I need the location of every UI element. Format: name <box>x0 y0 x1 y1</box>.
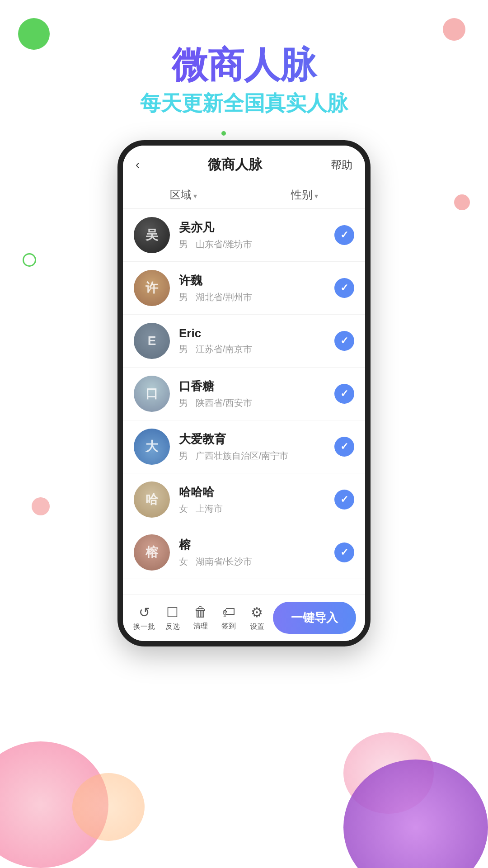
avatar: 吴 <box>134 217 170 253</box>
contact-info: 吴亦凡 男 山东省/潍坊市 <box>179 220 334 250</box>
filter-tabs: 区域 性别 <box>123 181 365 209</box>
refresh-icon: ↺ <box>139 604 150 620</box>
blob-bottom-pink-left <box>0 741 108 868</box>
check-badge[interactable]: ✓ <box>334 437 354 457</box>
contact-info: Eric 男 江苏省/南京市 <box>179 326 334 355</box>
invert-label: 反选 <box>165 622 180 632</box>
toolbar-tag[interactable]: 🏷 签到 <box>216 604 241 631</box>
blob-bottom-orange <box>72 773 145 841</box>
contact-detail: 女 湖南省/长沙市 <box>179 556 334 568</box>
contact-name: 许魏 <box>179 273 334 288</box>
phone-inner: ‹ 微商人脉 帮助 区域 性别 吴 吴亦凡 男 山东省/潍坊市 ✓ <box>123 146 365 641</box>
check-badge[interactable]: ✓ <box>334 331 354 351</box>
blob-pink-mid <box>454 194 470 210</box>
toolbar-clear[interactable]: 🗑 清理 <box>188 604 213 631</box>
contact-detail: 男 江苏省/南京市 <box>179 343 334 355</box>
list-item[interactable]: 口 口香糖 男 陕西省/西安市 ✓ <box>123 368 365 420</box>
contact-info: 哈哈哈 女 上海市 <box>179 484 334 515</box>
blob-bottom-pink-right <box>343 732 434 814</box>
check-icon: ✓ <box>340 441 348 453</box>
avatar: 哈 <box>134 481 170 518</box>
contact-name: 口香糖 <box>179 378 334 394</box>
contact-name: 吴亦凡 <box>179 220 334 236</box>
tab-region[interactable]: 区域 <box>123 181 244 208</box>
check-icon: ✓ <box>340 335 348 347</box>
check-badge[interactable]: ✓ <box>334 278 354 298</box>
clear-icon: 🗑 <box>194 604 207 620</box>
phone-mockup: ‹ 微商人脉 帮助 区域 性别 吴 吴亦凡 男 山东省/潍坊市 ✓ <box>117 140 371 646</box>
header-section: 微商人脉 每天更新全国真实人脉 <box>0 45 488 118</box>
main-title: 微商人脉 <box>0 45 488 85</box>
blob-bottom-purple <box>343 760 488 868</box>
contact-detail: 男 陕西省/西安市 <box>179 397 334 409</box>
contact-list: 吴 吴亦凡 男 山东省/潍坊市 ✓ 许 许魏 男 湖北省/荆州市 <box>123 209 365 594</box>
sub-title: 每天更新全国真实人脉 <box>0 90 488 118</box>
list-item[interactable]: 吴 吴亦凡 男 山东省/潍坊市 ✓ <box>123 209 365 262</box>
list-item[interactable]: 大 大爱教育 男 广西壮族自治区/南宁市 ✓ <box>123 420 365 473</box>
check-icon: ✓ <box>340 494 348 505</box>
toolbar-refresh[interactable]: ↺ 换一批 <box>132 604 156 632</box>
list-item[interactable]: 许 许魏 男 湖北省/荆州市 ✓ <box>123 262 365 315</box>
toolbar-settings[interactable]: ⚙ 设置 <box>245 604 269 632</box>
phone-title: 微商人脉 <box>208 156 262 174</box>
back-button[interactable]: ‹ <box>136 158 140 172</box>
contact-detail: 男 湖北省/荆州市 <box>179 291 334 303</box>
contact-detail: 男 广西壮族自治区/南宁市 <box>179 450 334 462</box>
check-badge[interactable]: ✓ <box>334 225 354 245</box>
list-item[interactable]: 哈 哈哈哈 女 上海市 ✓ <box>123 473 365 526</box>
contact-info: 大爱教育 男 广西壮族自治区/南宁市 <box>179 431 334 462</box>
invert-icon: ☐ <box>166 604 178 620</box>
check-badge[interactable]: ✓ <box>334 384 354 404</box>
list-item[interactable]: 榕 榕 女 湖南省/长沙市 ✓ <box>123 526 365 579</box>
check-icon: ✓ <box>340 229 348 241</box>
avatar: 口 <box>134 376 170 412</box>
check-badge[interactable]: ✓ <box>334 542 354 562</box>
help-button[interactable]: 帮助 <box>331 158 352 172</box>
contact-name: 哈哈哈 <box>179 484 334 500</box>
contact-info: 口香糖 男 陕西省/西安市 <box>179 378 334 409</box>
check-icon: ✓ <box>340 547 348 558</box>
check-icon: ✓ <box>340 388 348 400</box>
bottom-toolbar: ↺ 换一批 ☐ 反选 🗑 清理 🏷 签到 ⚙ 设置 一键导入 <box>123 594 365 641</box>
tab-gender[interactable]: 性别 <box>244 181 365 208</box>
check-badge[interactable]: ✓ <box>334 490 354 509</box>
avatar: 榕 <box>134 534 170 571</box>
settings-icon: ⚙ <box>251 604 263 620</box>
tag-icon: 🏷 <box>222 604 235 620</box>
contact-name: Eric <box>179 326 334 340</box>
blob-pink-lower <box>32 497 50 515</box>
avatar: E <box>134 323 170 359</box>
contact-name: 榕 <box>179 537 334 553</box>
contact-detail: 女 上海市 <box>179 503 334 515</box>
phone-topbar: ‹ 微商人脉 帮助 <box>123 146 365 181</box>
blob-green-dot <box>221 131 226 136</box>
check-icon: ✓ <box>340 282 348 294</box>
contact-name: 大爱教育 <box>179 431 334 447</box>
blob-pink-top <box>443 18 465 41</box>
avatar: 大 <box>134 429 170 465</box>
clear-label: 清理 <box>193 622 208 631</box>
contact-info: 榕 女 湖南省/长沙市 <box>179 537 334 568</box>
refresh-label: 换一批 <box>133 622 155 632</box>
list-item[interactable]: E Eric 男 江苏省/南京市 ✓ <box>123 315 365 368</box>
toolbar-invert[interactable]: ☐ 反选 <box>160 604 184 632</box>
tag-label: 签到 <box>221 622 236 631</box>
settings-label: 设置 <box>250 622 264 632</box>
contact-info: 许魏 男 湖北省/荆州市 <box>179 273 334 303</box>
blob-green-mid <box>23 253 36 267</box>
contact-detail: 男 山东省/潍坊市 <box>179 238 334 250</box>
import-button[interactable]: 一键导入 <box>273 602 356 634</box>
avatar: 许 <box>134 270 170 306</box>
